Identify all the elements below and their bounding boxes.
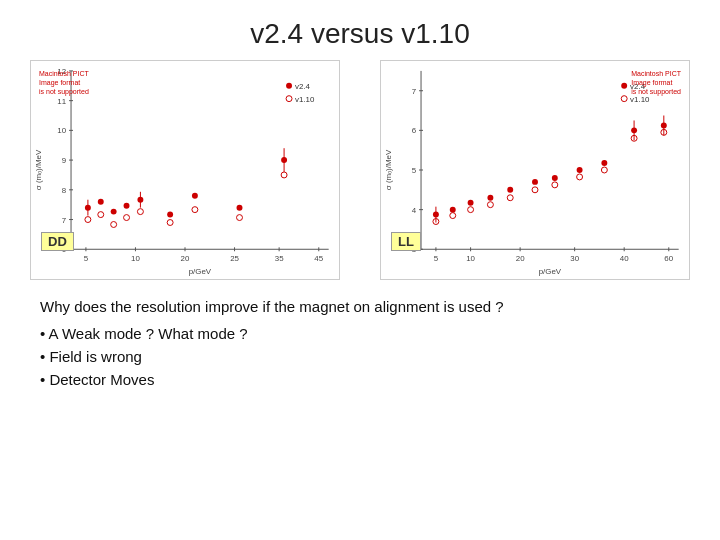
svg-point-96 xyxy=(450,213,456,219)
svg-text:10: 10 xyxy=(466,254,475,263)
svg-text:6: 6 xyxy=(412,126,417,135)
svg-point-31 xyxy=(98,199,104,205)
svg-text:45: 45 xyxy=(314,254,323,263)
svg-text:25: 25 xyxy=(230,254,239,263)
svg-text:9: 9 xyxy=(62,156,67,165)
svg-point-101 xyxy=(552,182,558,188)
svg-point-89 xyxy=(601,160,607,166)
svg-point-83 xyxy=(468,200,474,206)
svg-text:30: 30 xyxy=(570,254,579,263)
svg-point-43 xyxy=(98,212,104,218)
content-area: Why does the resolution improve if the m… xyxy=(20,298,700,388)
svg-point-99 xyxy=(507,195,513,201)
svg-point-36 xyxy=(192,193,198,199)
svg-point-102 xyxy=(577,174,583,180)
svg-point-106 xyxy=(621,83,627,89)
svg-point-49 xyxy=(237,215,243,221)
svg-text:7: 7 xyxy=(62,216,66,225)
svg-text:40: 40 xyxy=(620,254,629,263)
svg-text:5: 5 xyxy=(412,166,417,175)
svg-text:20: 20 xyxy=(181,254,190,263)
svg-text:p/GeV: p/GeV xyxy=(189,267,212,276)
bullet-item-1: • A Weak mode ? What mode ? xyxy=(40,325,680,342)
svg-text:σ (m₀)/MeV: σ (m₀)/MeV xyxy=(384,149,393,190)
bullet-item-2: • Field is wrong xyxy=(40,348,680,365)
svg-point-42 xyxy=(85,217,91,223)
right-chart: Macintosh PICTImage formatis not support… xyxy=(380,60,690,280)
svg-point-51 xyxy=(286,83,292,89)
svg-text:4: 4 xyxy=(412,206,417,215)
svg-text:35: 35 xyxy=(275,254,284,263)
right-not-supported-badge: Macintosh PICTImage formatis not support… xyxy=(631,69,681,96)
svg-text:10: 10 xyxy=(131,254,140,263)
svg-point-37 xyxy=(237,205,243,211)
left-chart-label: DD xyxy=(41,232,74,251)
svg-point-82 xyxy=(450,207,456,213)
svg-point-97 xyxy=(468,207,474,213)
svg-point-44 xyxy=(111,222,117,228)
svg-point-100 xyxy=(532,187,538,193)
svg-point-85 xyxy=(507,187,513,193)
left-chart: Macintosh PICTImage formatis not support… xyxy=(30,60,340,280)
svg-text:10: 10 xyxy=(57,126,66,135)
svg-point-103 xyxy=(601,167,607,173)
svg-text:20: 20 xyxy=(516,254,525,263)
svg-point-47 xyxy=(167,220,173,226)
svg-text:p/GeV: p/GeV xyxy=(539,267,562,276)
svg-point-32 xyxy=(111,209,117,215)
bullet-item-3: • Detector Moves xyxy=(40,371,680,388)
svg-text:5: 5 xyxy=(84,254,89,263)
charts-row: Macintosh PICTImage formatis not support… xyxy=(30,60,690,280)
svg-point-108 xyxy=(621,96,627,102)
svg-point-45 xyxy=(124,215,130,221)
page-title: v2.4 versus v1.10 xyxy=(20,18,700,50)
svg-point-53 xyxy=(286,96,292,102)
question-text: Why does the resolution improve if the m… xyxy=(40,298,680,315)
svg-point-46 xyxy=(137,209,143,215)
svg-point-88 xyxy=(577,167,583,173)
svg-text:v1.10: v1.10 xyxy=(295,95,315,104)
svg-point-87 xyxy=(552,175,558,181)
left-not-supported-badge: Macintosh PICTImage formatis not support… xyxy=(39,69,89,96)
svg-point-48 xyxy=(192,207,198,213)
svg-point-35 xyxy=(167,212,173,218)
svg-text:σ (m₀)/MeV: σ (m₀)/MeV xyxy=(34,149,43,190)
svg-text:8: 8 xyxy=(62,186,67,195)
svg-text:5: 5 xyxy=(434,254,439,263)
svg-text:v2.4: v2.4 xyxy=(295,82,311,91)
svg-text:11: 11 xyxy=(57,97,66,106)
svg-text:7: 7 xyxy=(412,87,416,96)
right-chart-label: LL xyxy=(391,232,421,251)
page-container: v2.4 versus v1.10 Macintosh PICTImage fo… xyxy=(0,0,720,540)
svg-point-33 xyxy=(124,203,130,209)
svg-text:60: 60 xyxy=(664,254,673,263)
svg-point-84 xyxy=(487,195,493,201)
svg-point-98 xyxy=(487,202,493,208)
svg-point-50 xyxy=(281,172,287,178)
svg-point-86 xyxy=(532,179,538,185)
